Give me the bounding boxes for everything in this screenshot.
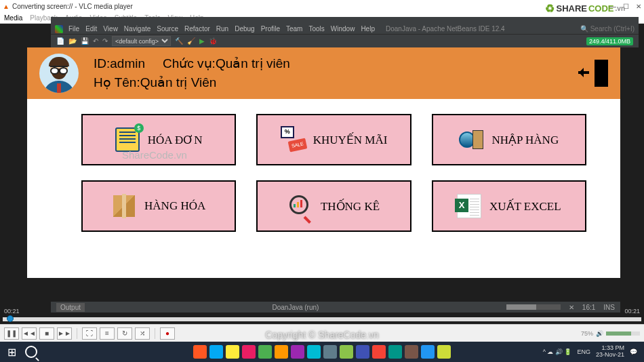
start-button[interactable]: ⊞ [3, 343, 20, 361]
tray-lang[interactable]: ENG [577, 348, 590, 355]
taskbar-app-6[interactable] [275, 345, 288, 359]
taskbar-app-7[interactable] [291, 345, 304, 359]
taskbar-app-9[interactable] [323, 345, 337, 359]
ide-output-tab[interactable]: Output [56, 303, 85, 312]
taskbar-app-2[interactable] [209, 345, 223, 359]
ide-tb-build-icon[interactable]: 🔨 [175, 37, 183, 45]
ide-tb-debug-icon[interactable]: 🐞 [209, 37, 217, 45]
taskbar-app-12[interactable] [372, 345, 386, 359]
vlc-loop-button[interactable]: ↻ [117, 327, 132, 340]
vlc-menu-media[interactable]: Media [4, 14, 22, 22]
vlc-seek-knob-icon[interactable] [7, 315, 14, 322]
ide-menu-window[interactable]: Window [331, 25, 355, 33]
taskbar-app-4[interactable] [242, 345, 256, 359]
ide-cursor-pos: 16:1 [582, 304, 595, 311]
vlc-volume-slider[interactable] [606, 331, 640, 336]
taskbar-app-15[interactable] [421, 345, 435, 359]
ide-menu-tools[interactable]: Tools [308, 25, 324, 33]
ide-tb-run-icon[interactable]: ▶ [199, 37, 205, 45]
separator [155, 328, 155, 339]
logout-button[interactable] [571, 60, 608, 87]
taskbar-app-11[interactable] [356, 345, 369, 359]
user-avatar-icon [39, 54, 79, 93]
vlc-fullscreen-button[interactable]: ⛶ [82, 327, 97, 340]
vlc-record-button[interactable]: ● [160, 327, 175, 340]
tray-clock[interactable]: 1:33 PM 23-Nov-21 [596, 345, 624, 359]
card-import[interactable]: NHẬP HÀNG [432, 114, 586, 165]
vlc-seek-bar[interactable] [3, 317, 641, 321]
close-button[interactable]: ✕ [636, 3, 641, 10]
card-goods[interactable]: HÀNG HÓA [81, 180, 236, 232]
app-header: ID:admin Chức vụ:Quản trị viên Họ Tên:Qu… [27, 47, 620, 99]
sharecode-watermark: ShareCode.vn [122, 149, 187, 161]
vlc-stop-button[interactable]: ■ [39, 327, 54, 340]
taskbar-app-16[interactable] [437, 345, 451, 359]
ide-progress-cancel-icon[interactable]: ✕ [569, 304, 574, 311]
ide-menu-team[interactable]: Team [286, 25, 302, 33]
ide-menu-help[interactable]: Help [361, 25, 375, 33]
card-promo[interactable]: KHUYẾN MÃI [256, 114, 411, 165]
copyright-watermark: Copyright © ShareCode.vn [265, 329, 379, 340]
windows-taskbar: ⊞ ^ ☁ 🔊 🔋 ENG 1:33 PM 23-Nov-21 💬 [0, 342, 644, 362]
ide-status-bar: Output DoanJava (run) ✕ 16:1 INS [51, 302, 620, 313]
vlc-next-button[interactable]: ►► [57, 327, 72, 340]
ide-config-select[interactable]: <default config> [112, 36, 171, 46]
ide-progress-bar [506, 304, 561, 310]
magnifier-chart-icon [288, 194, 313, 218]
card-excel-label: XUẤT EXCEL [489, 199, 561, 214]
ide-tb-redo-icon[interactable]: ↷ [102, 37, 108, 45]
card-excel[interactable]: XUẤT EXCEL [432, 180, 586, 232]
card-invoice-label: HÓA ĐƠN [148, 133, 203, 147]
ide-menu-run[interactable]: Run [216, 25, 228, 33]
taskbar-app-1[interactable] [193, 345, 207, 359]
vlc-play-button[interactable]: ❚❚ [4, 327, 19, 340]
ide-insert-mode: INS [603, 304, 615, 311]
ide-tb-undo-icon[interactable]: ↶ [93, 37, 98, 45]
dashboard-grid: HÓA ĐƠN KHUYẾN MÃI NHẬP HÀNG HÀNG HÓA TH… [81, 114, 586, 232]
taskbar-app-8[interactable] [307, 345, 321, 359]
header-user-info: ID:admin Chức vụ:Quản trị viên Họ Tên:Qu… [94, 54, 290, 93]
vlc-window-title: Converting screen:// - VLC media player [12, 3, 133, 10]
ide-tb-new-icon[interactable]: 📄 [56, 37, 64, 45]
ide-running-task: DoanJava (run) [272, 304, 319, 311]
ide-menu-source[interactable]: Source [157, 25, 178, 33]
card-stats[interactable]: THỐNG KÊ [256, 180, 411, 232]
vlc-prev-button[interactable]: ◄◄ [22, 327, 37, 340]
vlc-playlist-button[interactable]: ≡ [100, 327, 115, 340]
ide-menu-view[interactable]: View [103, 25, 118, 33]
card-import-label: NHẬP HÀNG [491, 133, 559, 147]
box-icon [112, 194, 136, 218]
ide-tb-open-icon[interactable]: 📂 [68, 37, 77, 45]
user-id-label: ID:admin [94, 54, 145, 74]
ide-menu-navigate[interactable]: Navigate [124, 25, 150, 33]
ide-menu-edit[interactable]: Edit [85, 25, 97, 33]
tray-icons[interactable]: ^ ☁ 🔊 🔋 [543, 348, 572, 355]
taskbar-app-5[interactable] [258, 345, 272, 359]
taskbar-pinned-apps [193, 345, 451, 359]
separator [77, 328, 77, 339]
ide-tb-save-icon[interactable]: 💾 [81, 37, 89, 45]
ide-tb-clean-icon[interactable]: 🧹 [187, 37, 195, 45]
recycle-icon: ♻ [545, 2, 555, 15]
taskbar-app-13[interactable] [388, 345, 402, 359]
vlc-volume-pct: 75% [581, 330, 593, 337]
ide-menu-debug[interactable]: Debug [235, 25, 254, 33]
door-icon [595, 60, 608, 87]
exit-arrow-icon [574, 69, 589, 76]
ide-menu-file[interactable]: File [68, 25, 79, 33]
ide-menu-profile[interactable]: Profile [261, 25, 280, 33]
taskbar-search-icon[interactable] [25, 346, 37, 358]
card-stats-label: THỐNG KÊ [321, 199, 380, 214]
user-name-label: Họ Tên:Quản trị Viên [94, 73, 290, 93]
taskbar-app-10[interactable] [340, 345, 353, 359]
ide-menu-refactor[interactable]: Refactor [184, 25, 210, 33]
taskbar-app-3[interactable] [226, 345, 239, 359]
tray-notifications-icon[interactable]: 💬 [630, 348, 637, 355]
ide-search-field[interactable]: 🔍 Search (Ctrl+I) [580, 25, 635, 33]
ide-memory-indicator[interactable]: 249.4/411.0MB [586, 37, 633, 45]
sharecode-logo: ♻ SHARECODE.vn [545, 2, 625, 15]
speaker-icon[interactable]: 🔊 [596, 330, 603, 337]
taskbar-app-14[interactable] [405, 345, 418, 359]
user-role-label: Chức vụ:Quản trị viên [163, 54, 290, 74]
vlc-shuffle-button[interactable]: ⤮ [135, 327, 150, 340]
